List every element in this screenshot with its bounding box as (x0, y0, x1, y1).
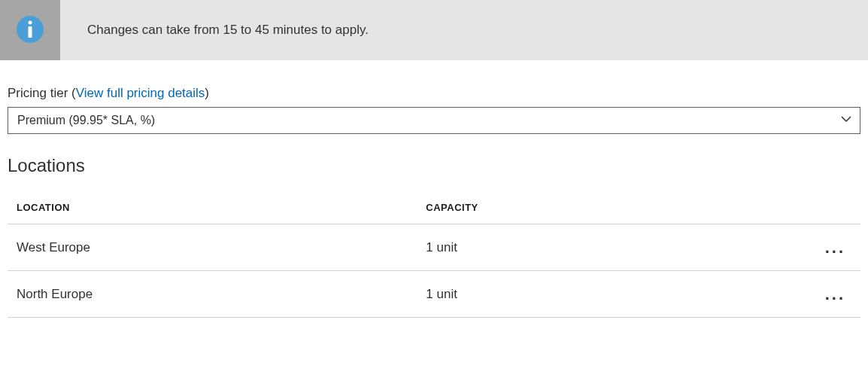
column-header-location: LOCATION (8, 193, 417, 224)
cell-capacity: 1 unit (417, 271, 792, 318)
pricing-label-suffix: ) (205, 86, 209, 100)
table-row: North Europe 1 unit ... (8, 271, 860, 318)
info-icon-container (0, 0, 60, 60)
chevron-down-icon (840, 113, 852, 128)
ellipsis-icon: ... (825, 244, 845, 251)
info-banner-text: Changes can take from 15 to 45 minutes t… (60, 0, 396, 60)
table-row: West Europe 1 unit ... (8, 224, 860, 271)
pricing-label-row: Pricing tier (View full pricing details) (8, 86, 860, 101)
ellipsis-icon: ... (825, 291, 845, 298)
cell-location: North Europe (8, 271, 417, 318)
cell-capacity: 1 unit (417, 224, 792, 271)
cell-location: West Europe (8, 224, 417, 271)
pricing-details-link[interactable]: View full pricing details (76, 86, 205, 100)
pricing-tier-selected: Premium (99.95* SLA, %) (17, 114, 155, 127)
info-icon (15, 14, 45, 47)
locations-heading: Locations (8, 155, 860, 176)
svg-point-1 (29, 20, 32, 24)
column-header-actions (792, 193, 860, 224)
column-header-capacity: CAPACITY (417, 193, 792, 224)
pricing-label-prefix: Pricing tier ( (8, 86, 76, 100)
row-actions-button[interactable]: ... (825, 285, 845, 298)
row-actions-button[interactable]: ... (825, 238, 845, 251)
locations-section: Locations LOCATION CAPACITY West Europe … (8, 155, 860, 318)
info-banner: Changes can take from 15 to 45 minutes t… (0, 0, 868, 60)
pricing-tier-dropdown[interactable]: Premium (99.95* SLA, %) (8, 107, 860, 134)
locations-table: LOCATION CAPACITY West Europe 1 unit ...… (8, 193, 860, 318)
pricing-section: Pricing tier (View full pricing details)… (8, 86, 860, 134)
svg-rect-2 (29, 26, 32, 38)
